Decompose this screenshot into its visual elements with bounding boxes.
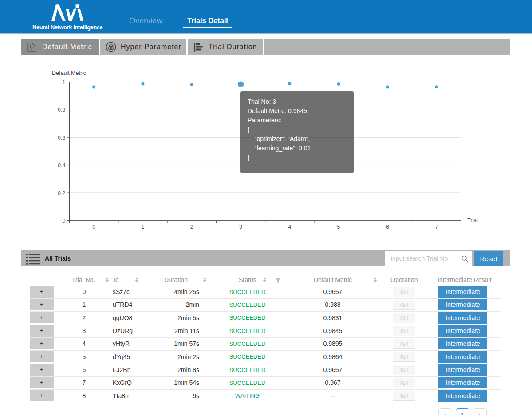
svg-text:4: 4: [288, 224, 291, 230]
svg-text:1: 1: [63, 79, 66, 86]
svg-text:0.2: 0.2: [58, 190, 65, 196]
svg-text:0.6: 0.6: [58, 135, 65, 141]
svg-text:5: 5: [337, 224, 340, 230]
svg-text:3: 3: [239, 224, 242, 230]
svg-text:0.4: 0.4: [58, 162, 65, 168]
svg-text:1: 1: [141, 224, 144, 230]
svg-text:7: 7: [435, 224, 438, 230]
svg-text:0: 0: [92, 224, 95, 230]
svg-text:0: 0: [63, 218, 66, 224]
svg-text:6: 6: [386, 224, 389, 230]
svg-text:0.8: 0.8: [58, 107, 65, 113]
svg-text:2: 2: [190, 224, 193, 230]
svg-text:Trial: Trial: [467, 217, 478, 223]
svg-text:Default Metric: Default Metric: [52, 70, 86, 76]
